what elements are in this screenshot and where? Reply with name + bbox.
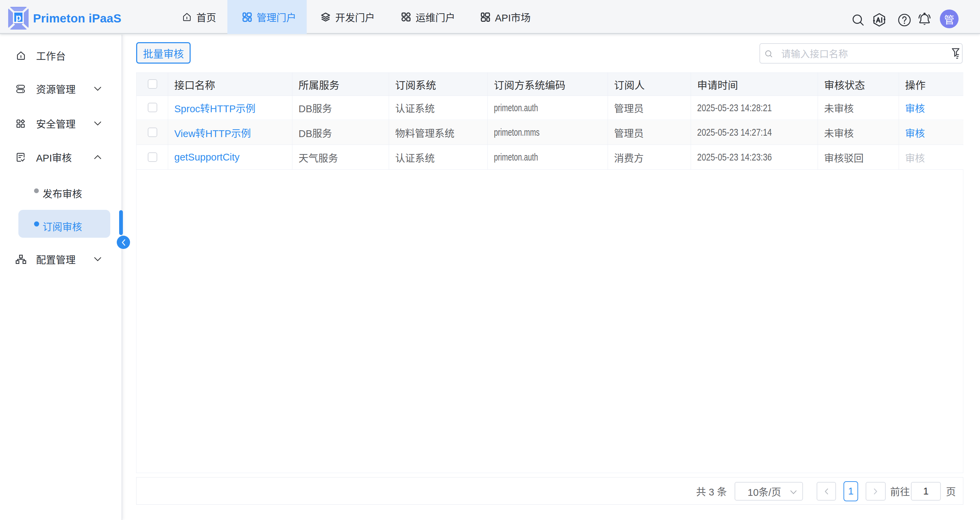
svg-text:p: p <box>16 13 21 23</box>
